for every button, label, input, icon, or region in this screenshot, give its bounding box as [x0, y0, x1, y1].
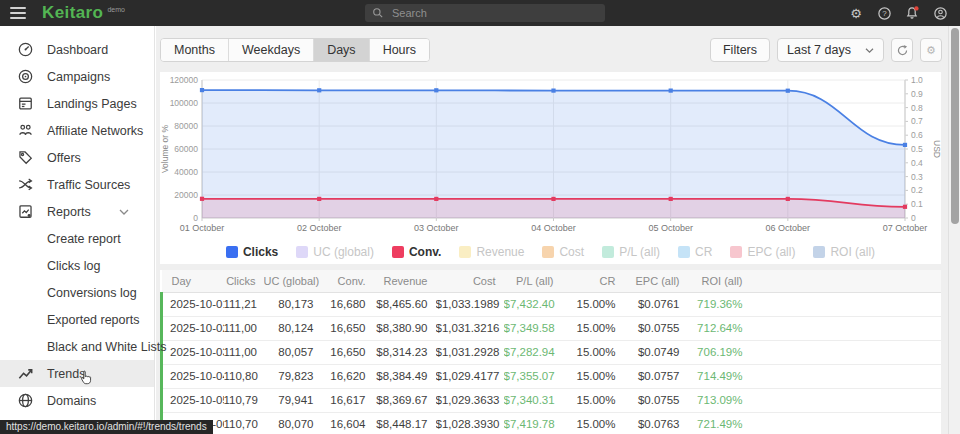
point-clicks — [551, 89, 555, 93]
column-header-cr[interactable]: CR — [562, 270, 624, 293]
legend-item-epc-all[interactable]: EPC (all) — [730, 245, 795, 259]
legend-item-uc-global[interactable]: UC (global) — [296, 245, 374, 259]
point-conv — [669, 197, 673, 201]
cell-day: 2025-10-03 — [162, 341, 224, 365]
cell-epc-all: $0.0749 — [624, 341, 688, 365]
legend-item-revenue[interactable]: Revenue — [459, 245, 524, 259]
sidebar-item-domains[interactable]: Domains — [0, 387, 154, 414]
svg-text:0.5: 0.5 — [911, 144, 923, 154]
point-clicks — [434, 88, 438, 92]
cell-p-l-all: $7,355.07 — [504, 365, 562, 389]
tab-hours[interactable]: Hours — [370, 39, 429, 61]
account-icon[interactable] — [932, 5, 948, 21]
sidebar-item-label: Traffic Sources — [47, 178, 130, 192]
sidebar-item-landings-pages[interactable]: Landings Pages — [0, 90, 154, 117]
bell-icon[interactable] — [904, 5, 920, 21]
legend-item-p-l-all[interactable]: P/L (all) — [602, 245, 660, 259]
date-range-select[interactable]: Last 7 days — [777, 38, 884, 62]
sidebar-item-affiliate-networks[interactable]: Affiliate Networks — [0, 117, 154, 144]
scrollbar-thumb[interactable] — [951, 28, 959, 224]
sidebar-item-create-report[interactable]: Create report — [0, 225, 154, 252]
cell-day: 2025-10-01 — [162, 293, 224, 317]
tab-days[interactable]: Days — [314, 39, 369, 61]
cell-epc-all: $0.0755 — [624, 389, 688, 413]
cell-conv: 16,617 — [322, 389, 374, 413]
cell-clicks: 110,79 — [224, 389, 264, 413]
table-row[interactable]: 2025-10-05110,7979,94116,617$8,369.67$1,… — [162, 389, 942, 413]
legend-item-roi-all[interactable]: ROI (all) — [813, 245, 875, 259]
trend-chart[interactable]: 02000040000600008000010000012000000.10.2… — [160, 72, 941, 240]
table-row[interactable]: 2025-10-02111,0080,12416,650$8,380.90$1,… — [162, 317, 942, 341]
column-header-clicks[interactable]: Clicks — [224, 270, 264, 293]
sidebar-item-clicks-log[interactable]: Clicks log — [0, 252, 154, 279]
cursor-hand-icon — [78, 370, 93, 385]
search-input[interactable] — [390, 6, 598, 20]
svg-text:0.3: 0.3 — [911, 172, 923, 182]
svg-text:0.6: 0.6 — [911, 130, 923, 140]
legend-label: ROI (all) — [830, 245, 875, 259]
legend-item-clicks[interactable]: Clicks — [226, 245, 278, 259]
column-header-uc-global[interactable]: UC (global) — [264, 270, 322, 293]
legend-item-cost[interactable]: Cost — [542, 245, 584, 259]
column-header-p-l-all[interactable]: P/L (all) — [504, 270, 562, 293]
column-header-conv[interactable]: Conv. — [322, 270, 374, 293]
sidebar-item-black-and-white-lists[interactable]: Black and White Lists — [0, 333, 154, 360]
point-clicks — [786, 89, 790, 93]
column-header-revenue[interactable]: Revenue — [374, 270, 436, 293]
tab-months[interactable]: Months — [161, 39, 229, 61]
column-header-cost[interactable]: Cost — [436, 270, 504, 293]
tab-weekdays[interactable]: Weekdays — [229, 39, 314, 61]
column-header-epc-all[interactable]: EPC (all) — [624, 270, 688, 293]
sidebar-item-trends[interactable]: Trends — [0, 360, 154, 387]
status-url-bar: https://demo.keitaro.io/admin/#!/trends/… — [0, 420, 213, 434]
cell-uc-global: 79,941 — [264, 389, 322, 413]
chevron-down-icon — [865, 47, 874, 54]
column-header-day[interactable]: Day — [162, 270, 224, 293]
svg-text:0.8: 0.8 — [911, 103, 923, 113]
refresh-button[interactable] — [891, 38, 913, 62]
table-row[interactable]: 2025-10-04110,8079,82316,620$8,384.49$1,… — [162, 365, 942, 389]
point-clicks — [317, 88, 321, 92]
cell-conv: 16,680 — [322, 293, 374, 317]
table-row[interactable]: 2025-10-01111,2180,17316,680$8,465.60$1,… — [162, 293, 942, 317]
svg-text:120000: 120000 — [170, 75, 199, 85]
search-icon — [372, 7, 384, 19]
point-conv — [200, 197, 204, 201]
point-conv — [317, 197, 321, 201]
sidebar-item-label: Conversions log — [47, 286, 137, 300]
sidebar-item-dashboard[interactable]: Dashboard — [0, 36, 154, 63]
cell-filler — [751, 317, 942, 341]
sidebar-item-conversions-log[interactable]: Conversions log — [0, 279, 154, 306]
sidebar-item-label: Black and White Lists — [47, 340, 167, 354]
gear-icon[interactable]: ⚙ — [848, 5, 864, 21]
search-box[interactable] — [365, 4, 605, 22]
hamburger-icon[interactable] — [10, 7, 26, 19]
sidebar-item-campaigns[interactable]: Campaigns — [0, 63, 154, 90]
table-row[interactable]: 2025-10-03111,0080,05716,650$8,314.23$1,… — [162, 341, 942, 365]
column-header-roi-all[interactable]: ROI (all) — [688, 270, 751, 293]
chart-card: 02000040000600008000010000012000000.10.2… — [160, 72, 941, 264]
sidebar-item-traffic-sources[interactable]: Traffic Sources — [0, 171, 154, 198]
area-conv — [202, 199, 905, 218]
legend-item-conv[interactable]: Conv. — [392, 245, 441, 259]
cell-p-l-all: $7,340.31 — [504, 389, 562, 413]
date-range-value: Last 7 days — [787, 43, 851, 57]
landings-icon — [17, 95, 34, 112]
legend-label: CR — [695, 245, 712, 259]
settings-icon: ⚙ — [926, 44, 936, 57]
sidebar-item-reports[interactable]: Reports — [0, 198, 154, 225]
app-logo[interactable]: Keitaro — [42, 3, 103, 23]
legend-swatch — [296, 246, 308, 258]
cell-filler — [751, 389, 942, 413]
table-row[interactable]: 2025-10-06110,7080,07016,604$8,448.17$1,… — [162, 413, 942, 434]
report-settings-button[interactable]: ⚙ — [920, 38, 942, 62]
help-icon[interactable]: ? — [876, 5, 892, 21]
legend-item-cr[interactable]: CR — [678, 245, 712, 259]
svg-text:80000: 80000 — [174, 121, 198, 131]
sidebar-item-offers[interactable]: Offers — [0, 144, 154, 171]
sidebar-item-exported-reports[interactable]: Exported reports — [0, 306, 154, 333]
filters-button[interactable]: Filters — [710, 38, 770, 62]
cell-cost: $1,028.3930 — [436, 413, 504, 434]
sidebar-item-label: Reports — [47, 205, 91, 219]
page-scrollbar[interactable] — [948, 26, 960, 434]
